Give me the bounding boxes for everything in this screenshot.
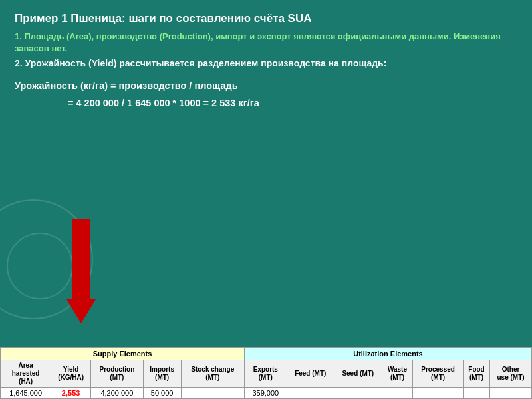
arrow-shaft xyxy=(72,219,90,299)
sua-table: Supply Elements Utilization Elements Are… xyxy=(0,347,532,399)
cell-feed xyxy=(287,388,334,399)
cell-waste xyxy=(382,388,412,399)
col-header-4: Stock change(MT) xyxy=(181,360,244,388)
col-header-0: Areaharested(HA) xyxy=(1,360,51,388)
cell-food xyxy=(463,388,489,399)
cell-seed xyxy=(334,388,382,399)
table-group-header-row: Supply Elements Utilization Elements xyxy=(1,348,532,360)
col-header-8: Waste(MT) xyxy=(382,360,412,388)
arrow-indicator xyxy=(66,219,96,323)
col-header-7: Seed (MT) xyxy=(334,360,382,388)
arrow-head xyxy=(66,299,96,323)
formula-line2: = 4 200 000 / 1 645 000 * 1000 = 2 533 к… xyxy=(15,94,517,112)
col-header-3: Imports(MT) xyxy=(143,360,181,388)
table-col-header-row: Areaharested(HA) Yield(KG/HA) Production… xyxy=(1,360,532,388)
cell-yield: 2,553 xyxy=(51,388,91,399)
col-header-9: Processed(MT) xyxy=(413,360,464,388)
col-header-11: Otheruse (MT) xyxy=(490,360,532,388)
cell-other-use xyxy=(490,388,532,399)
cell-exports: 359,000 xyxy=(244,388,287,399)
subtitle1: 1. Площадь (Area), производство (Product… xyxy=(15,31,517,55)
main-content: Пример 1 Пшеница: шаги по составлению сч… xyxy=(0,0,532,118)
data-table-wrapper: Supply Elements Utilization Elements Are… xyxy=(0,347,532,399)
col-header-1: Yield(KG/HA) xyxy=(51,360,91,388)
formula-line1: Урожайность (кг/га) = производство / пло… xyxy=(15,77,517,94)
cell-imports: 50,000 xyxy=(143,388,181,399)
page-title: Пример 1 Пшеница: шаги по составлению сч… xyxy=(15,12,517,25)
util-header: Utilization Elements xyxy=(244,348,531,360)
supply-header: Supply Elements xyxy=(1,348,245,360)
col-header-5: Exports(MT) xyxy=(244,360,287,388)
cell-area: 1,645,000 xyxy=(1,388,51,399)
subtitle2: 2. Урожайность (Yield) рассчитывается ра… xyxy=(15,57,517,70)
formula-block: Урожайность (кг/га) = производство / пло… xyxy=(15,77,517,112)
table-data-row: 1,645,000 2,553 4,200,000 50,000 359,000 xyxy=(1,388,532,399)
cell-production: 4,200,000 xyxy=(91,388,144,399)
col-header-10: Food(MT) xyxy=(463,360,489,388)
col-header-2: Production(MT) xyxy=(91,360,144,388)
cell-processed xyxy=(413,388,464,399)
col-header-6: Feed (MT) xyxy=(287,360,334,388)
cell-stock-change xyxy=(181,388,244,399)
